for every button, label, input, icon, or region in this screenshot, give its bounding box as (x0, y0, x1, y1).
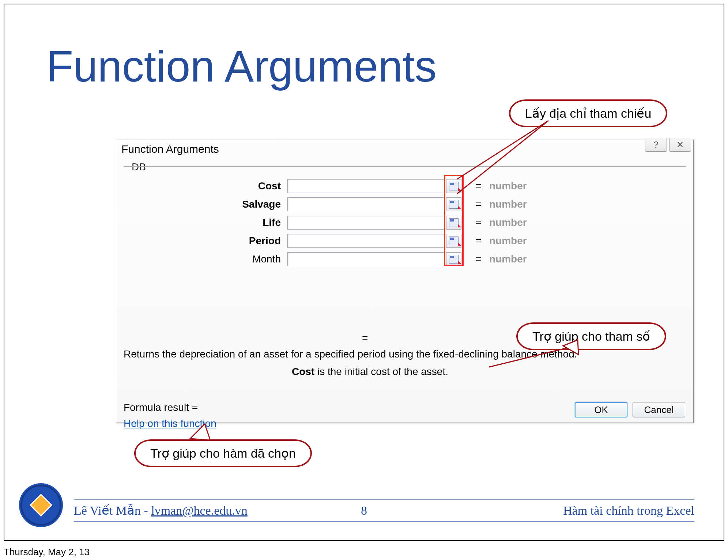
titlebar-buttons: ? ✕ (645, 138, 691, 152)
close-button[interactable]: ✕ (669, 138, 691, 152)
slide: Function Arguments Function Arguments ? … (4, 4, 724, 541)
equals-sign: = (475, 180, 481, 192)
equals-sign: = (475, 198, 481, 210)
arg-type: number (489, 198, 527, 210)
argument-help-text: Cost is the initial cost of the asset. (292, 366, 448, 378)
function-arguments-dialog: Function Arguments ? ✕ DB Cost = number … (116, 140, 694, 423)
help-on-function-link[interactable]: Help on this function (124, 418, 216, 430)
arg-type: number (489, 180, 527, 192)
period-input[interactable] (287, 234, 445, 248)
equals-sign: = (475, 253, 481, 265)
arg-row-period: Period = number (124, 232, 686, 250)
arg-row-month: Month = number (124, 250, 686, 268)
slide-title: Function Arguments (46, 41, 437, 91)
callout-func-help: Trợ giúp cho hàm đã chọn (134, 439, 312, 467)
arg-label: Cost (258, 180, 281, 192)
author-email: lvman@hce.edu.vn (151, 504, 248, 517)
result-equals: = (362, 332, 368, 344)
arguments-fieldset: Cost = number Salvage = number Life = nu… (124, 166, 686, 323)
arg-type: number (489, 217, 527, 228)
dialog-title: Function Arguments (121, 143, 219, 155)
ok-label: OK (594, 404, 608, 416)
argument-help-body: is the initial cost of the asset. (314, 366, 448, 377)
arg-row-salvage: Salvage = number (124, 195, 686, 213)
life-input[interactable] (287, 216, 445, 230)
cancel-button[interactable]: Cancel (633, 402, 685, 417)
help-button[interactable]: ? (645, 138, 667, 152)
footer-rule-bottom (74, 521, 694, 522)
help-icon: ? (653, 140, 658, 150)
logo (19, 483, 63, 527)
function-description: Returns the depreciation of an asset for… (124, 348, 577, 360)
arg-label: Month (252, 253, 281, 265)
author-name: Lê Viết Mẫn - (74, 504, 151, 517)
arg-label: Life (263, 217, 281, 228)
date-stamp: Thursday, May 2, 13 (4, 546, 90, 558)
ok-button[interactable]: OK (575, 402, 627, 417)
close-icon: ✕ (676, 140, 684, 150)
arg-label: Period (249, 235, 281, 247)
equals-sign: = (475, 235, 481, 247)
arg-row-cost: Cost = number (124, 177, 686, 195)
arg-type: number (489, 253, 527, 265)
arg-type: number (489, 235, 527, 247)
formula-result-label: Formula result = (124, 402, 198, 413)
arg-row-life: Life = number (124, 213, 686, 232)
dialog-button-row: OK Cancel (575, 402, 685, 417)
logo-icon (30, 494, 52, 517)
callout-reference: Lấy địa chỉ tham chiếu (509, 99, 667, 127)
argument-help-label: Cost (292, 366, 314, 377)
cancel-label: Cancel (644, 404, 674, 416)
equals-sign: = (475, 217, 481, 228)
footer-rule-top (74, 499, 694, 500)
callout-param-help: Trợ giúp cho tham số (516, 322, 666, 350)
annotation-highlight-box (444, 175, 464, 266)
salvage-input[interactable] (287, 197, 445, 211)
cost-input[interactable] (287, 179, 445, 193)
footer-topic: Hàm tài chính trong Excel (563, 504, 694, 518)
footer-author: Lê Viết Mẫn - lvman@hce.edu.vn (74, 503, 248, 518)
page-number: 8 (361, 504, 367, 518)
arg-label: Salvage (242, 198, 281, 210)
month-input[interactable] (287, 252, 445, 266)
